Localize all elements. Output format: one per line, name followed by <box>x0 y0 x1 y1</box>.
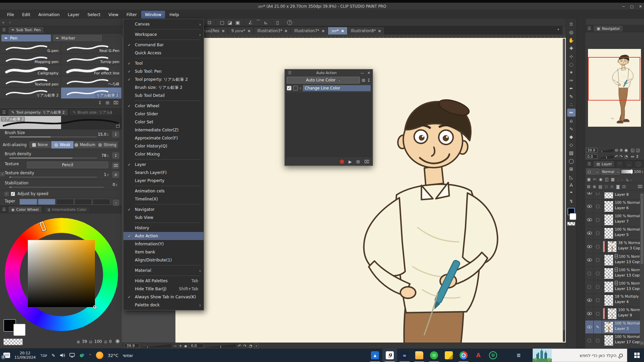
hidden-icon[interactable] <box>588 272 591 275</box>
brush-item[interactable]: リアル鉛筆 2 <box>0 87 61 99</box>
reference-layer-icon[interactable]: ✄ <box>593 177 596 182</box>
anti-aliasing-weak[interactable]: Weak <box>51 141 74 148</box>
layer-visibility-cell[interactable] <box>585 307 594 320</box>
layer-row[interactable]: 100 % NormalLayer 6 <box>585 200 640 213</box>
airbrush-tool[interactable]: ∴ <box>567 101 576 109</box>
eraser-tool[interactable]: ◆ <box>567 133 576 141</box>
taskbar-clock[interactable]: 20:12 11/09/2024 <box>14 351 36 360</box>
brush-item[interactable]: リアル鉛筆 2 <box>61 87 122 99</box>
layer-visibility-cell[interactable] <box>585 200 594 213</box>
opacity-value[interactable]: 100 <box>634 170 641 174</box>
layer-row[interactable]: 38 % NormalLayer 3 Copy <box>585 240 640 253</box>
rotate-ccw-icon[interactable]: ↶ <box>615 154 618 159</box>
companion-mode-icon[interactable]: ▯ <box>276 20 279 25</box>
fit-screen-button[interactable]: ▪ <box>184 344 187 348</box>
reset-rotation-icon[interactable]: ◔ <box>624 154 628 159</box>
taper-segment[interactable] <box>74 199 92 205</box>
window-menu-item[interactable]: ✓Auto Action <box>123 232 204 240</box>
taskbar-app-clip-studio[interactable]: 9 <box>382 349 397 362</box>
navigator-rotation-value[interactable]: 0.0 <box>586 154 597 159</box>
panel-menu-icon[interactable]: ☰ <box>567 20 576 28</box>
blend-tool[interactable]: ∿ <box>567 125 576 133</box>
gradient-tool[interactable]: ▨ <box>567 149 576 157</box>
merge-down-icon[interactable]: ⊠ <box>610 184 614 189</box>
window-menu-item[interactable]: Animation cels <box>123 187 204 195</box>
selection-rect-icon[interactable]: ▢ <box>220 20 224 25</box>
window-menu-item[interactable]: ✓Layer <box>123 161 204 169</box>
layer-thumbnail[interactable] <box>607 308 617 319</box>
layer-checkbox[interactable] <box>596 272 599 275</box>
task-view-icon[interactable]: ≣ <box>517 352 521 358</box>
navigator-zoom-value[interactable]: 39.9 <box>586 148 597 153</box>
color-wheel-tab[interactable]: ◉Color Wheel <box>8 206 42 213</box>
window-menu-item[interactable]: ✓Tool <box>123 59 204 67</box>
line-correction-tool[interactable]: ↯ <box>567 197 576 205</box>
menu-edit[interactable]: Edit <box>18 11 34 18</box>
minimize-button[interactable]: ─ <box>623 4 625 9</box>
new-action-set-icon[interactable]: ⊞ <box>362 78 365 83</box>
brush-density-row[interactable]: Brush density 78▴▾ ↧ <box>0 150 122 161</box>
balloon-tool[interactable]: ❝ <box>567 189 576 197</box>
eye-icon[interactable] <box>587 245 592 248</box>
document-tab[interactable]: 9 אימון* <box>228 27 254 35</box>
layer-check-cell[interactable]: ✎ <box>594 320 602 334</box>
collapse-chevron-icon[interactable]: « <box>2 20 4 25</box>
layer-visibility-cell[interactable] <box>585 240 594 253</box>
layer-thumbnail[interactable] <box>604 321 613 333</box>
taskbar-app-file-explorer[interactable] <box>412 349 427 362</box>
layer-row[interactable]: 100 % NormalLayer 9 <box>585 307 640 320</box>
opacity-slider[interactable] <box>621 170 633 174</box>
draft-layer-icon[interactable]: ◉ <box>599 177 602 182</box>
zoom-out-icon[interactable]: ⊖ <box>615 148 618 153</box>
ruler-tool[interactable]: ◺ <box>567 173 576 181</box>
tool-property-tab[interactable]: ✎Tool property: リアル鉛筆 2 <box>8 109 68 115</box>
subtool-panel-tab[interactable]: ✒Sub Tool: Pen <box>8 26 44 33</box>
layer-row[interactable]: 100 % NormalLayer 7 <box>585 213 640 227</box>
layer-row[interactable]: 18 % MultiplyLayer 4 <box>585 294 640 307</box>
layer-checkbox[interactable] <box>596 218 599 222</box>
pen-alt-tool[interactable]: ✒ <box>567 84 576 93</box>
tool-tab-marker[interactable]: ✒Marker <box>52 34 103 42</box>
new-raster-layer-icon[interactable]: ⊞ <box>587 184 590 189</box>
expand-action-icon[interactable]: › <box>300 86 301 90</box>
eye-icon[interactable] <box>587 312 592 315</box>
transfer-down-icon[interactable]: ⊟ <box>604 184 608 189</box>
layer-visibility-cell[interactable] <box>585 267 594 280</box>
trash-icon[interactable]: ⌧ <box>364 159 369 164</box>
layer-thumbnail[interactable] <box>604 201 613 212</box>
action-list-area[interactable] <box>286 93 371 157</box>
action-item[interactable]: Change Line Color <box>303 85 371 91</box>
operation-tool[interactable]: ✚ <box>567 44 576 52</box>
menu-help[interactable]: Help <box>166 11 183 18</box>
eye-icon[interactable] <box>587 325 592 328</box>
layer-check-cell[interactable] <box>594 227 602 240</box>
brush-item[interactable]: For effect line <box>61 65 122 76</box>
pen-tool[interactable]: ✏ <box>567 109 576 117</box>
layer-row[interactable]: ⊙100 % NormalLayer 13 Copy <box>585 267 640 280</box>
window-menu-item[interactable]: Sub Tool Detail <box>123 92 204 100</box>
zoom-slider[interactable] <box>141 344 171 348</box>
lock-transparent-icon[interactable]: ▩ <box>611 177 614 182</box>
taskbar-app-chrome[interactable] <box>456 349 471 362</box>
eye-icon[interactable] <box>587 258 592 261</box>
snap-ruler-icon[interactable]: ∠ <box>248 20 253 25</box>
brush-size-tab[interactable]: ✎Brush size: リアル鉛筆 2 <box>69 109 112 115</box>
titlebar[interactable]: יחכ* (A4 21.00 x 29.70cm 350dpi 39.9%) -… <box>0 3 644 10</box>
chevron-up-icon[interactable]: ⌃ <box>89 354 92 357</box>
zoom-out-button[interactable]: − <box>173 344 177 348</box>
tray-app-icon[interactable] <box>79 353 85 358</box>
figure-tool[interactable]: ◯ <box>567 157 576 165</box>
window-menu-item[interactable]: Workspace› <box>123 31 204 39</box>
navigator-rotation-slider[interactable] <box>599 155 613 159</box>
layer-thumbnail[interactable] <box>604 254 613 266</box>
scroll-up-icon[interactable]: ⌃ <box>640 194 644 197</box>
anti-aliasing-medium[interactable]: Medium <box>74 141 96 148</box>
panel-menu-icon[interactable]: ☰ <box>587 162 592 166</box>
canvas-scrollbar[interactable] <box>563 39 565 342</box>
layer-thumbnail[interactable] <box>604 228 613 239</box>
temperature[interactable]: 32°C <box>108 353 118 358</box>
trash-icon[interactable]: ⌧ <box>112 163 119 169</box>
taper-segment[interactable] <box>56 199 74 205</box>
layer-row[interactable]: ⊙100 % NormalLayer 13 Copy 2 <box>585 280 640 294</box>
help-icon[interactable]: ? <box>287 20 292 25</box>
